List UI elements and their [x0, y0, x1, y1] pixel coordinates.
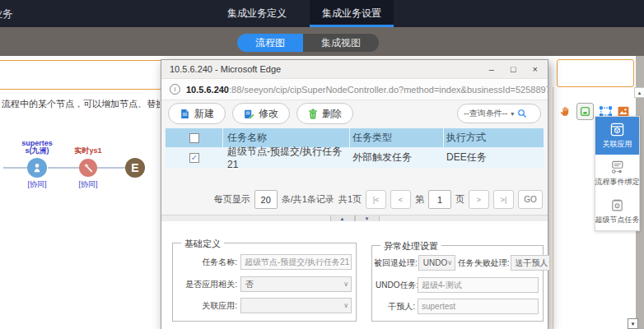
flow-node-person[interactable]	[27, 158, 47, 178]
flow-edge	[97, 167, 125, 169]
wand-icon	[83, 163, 94, 174]
tab-integration-settings[interactable]: 集成业务设置	[310, 0, 394, 27]
flow-node-end[interactable]: E	[125, 158, 145, 178]
flow-edge	[48, 167, 79, 169]
clipped-nav-label[interactable]: 业务	[0, 0, 13, 27]
trash-icon	[308, 109, 318, 119]
rollback-label: 被回退处理:	[374, 257, 418, 269]
exception-settings-legend: 异常处理设置	[380, 240, 441, 253]
prev-page-button[interactable]: <	[390, 190, 411, 209]
undo-task-label: UNDO任务:	[376, 280, 415, 291]
pan-hand-icon[interactable]	[558, 105, 572, 118]
tab-integration-definition[interactable]: 集成业务定义	[216, 0, 298, 27]
task-name-input[interactable]: 超级节点-预提交/执行任务21	[240, 254, 352, 270]
main-canvas: 流程中的某个节点，可以增加节点、替换或删除当前节点、复制当 supertes s…	[0, 56, 644, 329]
integration-view-toggle[interactable]: 集成视图	[303, 34, 379, 52]
scroll-up-arrow[interactable]: ▴	[634, 87, 644, 98]
popup-url-bar[interactable]: i 10.5.6.240 :88/seeyon/cip/cipSuperNode…	[161, 79, 548, 100]
app-related-label: 是否应用相关:	[176, 279, 237, 290]
flow-node-event[interactable]	[79, 159, 97, 177]
new-button[interactable]: 新建	[168, 103, 226, 124]
panel-item-linked-app[interactable]: 关联应用	[595, 117, 639, 155]
event-binding-icon	[610, 160, 624, 174]
popup-titlebar[interactable]: 10.5.6.240 - Microsoft Edge – □ ×	[161, 60, 548, 79]
panel-item-event-binding[interactable]: 流程事件绑定	[595, 155, 639, 192]
popup-title: 10.5.6.240 - Microsoft Edge	[170, 64, 489, 74]
canvas-right-divider	[553, 87, 553, 329]
select-all-checkbox[interactable]	[189, 133, 199, 143]
sub-header-band: 流程图 集成视图	[0, 27, 644, 56]
node-config-panel: 关联应用 流程事件绑定 超级节点任务	[595, 116, 640, 231]
task-name-label: 任务名称:	[176, 257, 237, 268]
node2-sublabel: [协同]	[72, 179, 105, 190]
scroll-down-arrow[interactable]: ▾	[628, 318, 638, 329]
flow-diagram-toggle[interactable]: 流程图	[237, 34, 303, 52]
app-related-select[interactable]: 否∨	[240, 276, 352, 292]
modify-button-label: 修改	[259, 107, 278, 121]
linked-app-select[interactable]: ∨	[240, 298, 352, 313]
cell-task-name: 超级节点-预提交/执行任务21	[223, 147, 350, 168]
panel-item-label: 流程事件绑定	[595, 177, 640, 188]
basic-definition-fieldset: 基础定义 任务名称: 超级节点-预提交/执行任务21 是否应用相关: 否∨ 关联…	[172, 243, 357, 322]
basic-definition-legend: 基础定义	[181, 238, 224, 250]
window-controls: – □ ×	[489, 65, 538, 74]
chevron-down-icon: ∨	[343, 302, 348, 309]
next-page-button[interactable]: >	[469, 190, 489, 209]
linked-app-icon	[610, 123, 624, 137]
records-label: 条/共1条记录	[282, 193, 334, 206]
close-icon[interactable]: ×	[533, 65, 538, 74]
edge-popup-window: 10.5.6.240 - Microsoft Edge – □ × i 10.5…	[161, 59, 548, 329]
supernode-task-icon	[610, 198, 624, 212]
chevron-down-icon: ∨	[447, 259, 452, 266]
chevron-down-icon: ∨	[548, 259, 550, 266]
total-pages-label: 共1页	[338, 193, 362, 206]
page-size-input[interactable]: 20	[254, 190, 278, 209]
select-all-cell	[166, 128, 223, 147]
chevron-down-icon: ▾	[511, 110, 514, 118]
fail-select[interactable]: 送干预人∨	[511, 255, 550, 271]
table-row[interactable]: ✓ 超级节点-预提交/执行任务21 外部触发任务 DEE任务	[166, 147, 544, 168]
selection-highlight-right	[557, 59, 634, 87]
exception-settings-fieldset: 异常处理设置 被回退处理: UNDO∨ 任务失败处理: 送干预人∨ UNDO任务…	[371, 245, 544, 322]
chevron-down-icon: ∨	[343, 280, 348, 288]
delete-button-label: 删除	[322, 107, 342, 121]
header-task-type: 任务类型	[350, 128, 444, 147]
node1-sublabel: [协同]	[21, 179, 54, 190]
check-icon: ✓	[191, 154, 198, 162]
pagination-bar: 每页显示 20 条/共1条记录 共1页 |< < 第 1 页 > >| GO	[161, 190, 543, 209]
go-button[interactable]: GO	[518, 190, 543, 209]
modify-button[interactable]: 修改	[232, 103, 290, 124]
search-icon[interactable]	[517, 109, 527, 118]
node1-label-line2: s(九洲)	[11, 147, 63, 155]
panel-item-supernode-task[interactable]: 超级节点任务	[595, 192, 639, 230]
undo-task-input[interactable]: 超级4-测试	[418, 277, 539, 293]
supervisor-label: 干预人:	[376, 301, 415, 313]
new-button-label: 新建	[194, 107, 214, 121]
node2-label: 实时ys1	[63, 147, 113, 155]
node1-label: supertes s(九洲)	[11, 140, 63, 155]
maximize-icon[interactable]: □	[511, 65, 516, 74]
url-host: 10.5.6.240	[186, 85, 229, 95]
node-tool-icon[interactable]	[576, 103, 594, 120]
delete-button[interactable]: 删除	[296, 103, 353, 124]
popup-toolbar: 新建 修改 删除 --查询条件-- ▾	[161, 100, 548, 127]
selection-highlight-left	[0, 60, 161, 90]
supervisor-input[interactable]: supertest	[418, 299, 539, 314]
page-number-input[interactable]: 1	[428, 190, 451, 209]
edit-icon	[244, 109, 254, 119]
info-icon[interactable]: i	[170, 84, 180, 95]
last-page-button[interactable]: >|	[493, 190, 514, 209]
row-checkbox[interactable]: ✓	[189, 153, 199, 163]
cell-exec-mode: DEE任务	[444, 147, 544, 168]
rollback-select[interactable]: UNDO∨	[418, 255, 455, 271]
first-page-button[interactable]: |<	[366, 190, 386, 209]
task-table: 任务名称 任务类型 执行方式 ✓ 超级节点-预提交/执行任务21 外部触发任务 …	[166, 128, 544, 168]
header-exec-mode: 执行方式	[444, 128, 544, 147]
row-check-cell: ✓	[166, 147, 223, 168]
query-condition-select[interactable]: --查询条件-- ▾	[457, 104, 541, 123]
new-file-icon	[180, 109, 190, 119]
end-node-letter: E	[131, 161, 138, 174]
per-page-label: 每页显示	[214, 193, 250, 206]
minimize-icon[interactable]: –	[489, 65, 494, 74]
person-icon	[31, 162, 43, 174]
